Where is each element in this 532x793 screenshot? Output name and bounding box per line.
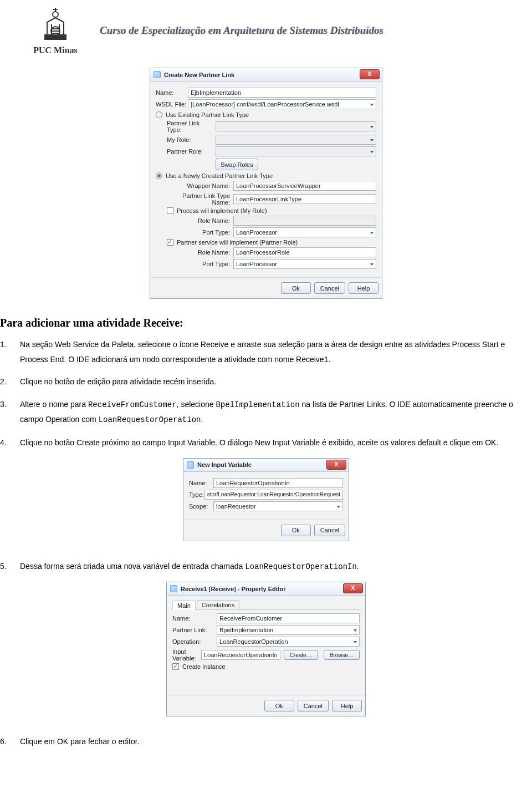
plt-name-input[interactable]: LoanProcessorLinkType [233,194,376,204]
page-header: PUC Minas Curso de Especialização em Arq… [0,6,532,61]
puc-logo-icon [33,6,78,44]
label-plt: Partner Link Type: [167,120,216,133]
dialog-titlebar: Create New Partner Link X [150,68,382,82]
cancel-button[interactable]: Cancel [298,700,329,711]
label-input-variable: Input Variable: [172,648,201,662]
label-rolename2: Role Name: [167,249,233,256]
ok-button[interactable]: Ok [264,700,294,711]
step-4: Clique no botão Create próximo ao campo … [20,435,532,450]
partner-link-combo[interactable]: BpelImplementation [217,625,360,635]
section-heading: Para adicionar uma atividade Receive: [0,317,532,329]
ok-button[interactable]: Ok [281,525,311,536]
close-button[interactable]: X [326,460,346,470]
dialog-title: Create New Partner Link [164,72,234,78]
dialog-title: New Input Variable [197,461,252,468]
course-title: Curso de Especialização em Arquitetura d… [100,24,383,37]
new-input-variable-dialog: New Input Variable X Name:LoanRequestorO… [183,458,349,541]
cancel-button[interactable]: Cancel [314,282,345,294]
label-partner-link: Partner Link: [172,627,217,633]
label-scope: Scope: [189,503,213,510]
check-partner-impl[interactable] [167,239,173,246]
label-rolename1: Role Name: [167,217,233,224]
radio-existing-label: Use Existing Partner Link Type [166,111,249,118]
label-myrole: My Role: [167,136,216,143]
close-button[interactable]: X [360,69,380,79]
port-type-2-combo[interactable]: LoanProcessor [233,259,376,269]
check-process-impl[interactable] [167,207,173,214]
operation-combo[interactable]: LoanRequestorOperation [217,637,360,647]
step-number: 6. [0,734,12,749]
role-name-1-input [233,216,376,226]
label-porttype1: Port Type: [167,229,233,236]
tab-correlations[interactable]: Correlations [197,600,239,609]
my-role-combo [216,135,376,145]
role-name-2-input[interactable]: LoanProcessorRole [233,247,376,257]
wsdl-file-combo[interactable]: [LoanProcessor] conf/wsdl/LoanProcessorS… [188,99,376,109]
name-input[interactable]: LoanRequestorOperationIn [213,478,343,488]
check-process-label: Process will implement (My Role) [177,207,267,214]
svg-point-5 [53,12,58,17]
browse-button[interactable]: Browse… [324,650,360,660]
type-input[interactable]: stor/LoanRequestor:LoanRequestorOperatio… [204,490,343,500]
port-type-1-combo[interactable]: LoanProcessor [233,227,376,237]
radio-new-label: Use a Newly Created Partner Link Type [166,172,273,179]
step-6: Clique em OK para fechar o editor. [20,734,532,749]
step-number: 3. [0,397,12,428]
logo-block: PUC Minas [33,6,78,55]
name-input[interactable]: EjbImplementation [188,88,376,98]
name-input[interactable]: ReceiveFromCustomer [217,613,360,623]
tab-main[interactable]: Main [172,601,196,610]
cancel-button[interactable]: Cancel [314,525,345,536]
swap-roles-button[interactable]: Swap Roles [216,159,258,170]
label-name: Name: [172,615,217,622]
radio-new[interactable] [156,172,162,179]
create-partner-link-dialog: Create New Partner Link X Name: EjbImple… [150,68,382,299]
app-icon [170,585,177,592]
partner-role-combo [216,146,376,156]
check-partner-label: Partner service will implement (Partner … [177,239,298,246]
dialog-titlebar: Receive1 [Receive] - Property Editor X [167,582,365,596]
step-3: Altere o nome para ReceiveFromCustomer, … [20,397,532,428]
receive-property-editor-dialog: Receive1 [Receive] - Property Editor X M… [166,582,366,716]
check-create-instance[interactable] [172,663,179,670]
input-variable-input[interactable]: LoanRequestorOperationIn [201,650,280,660]
step-2: Clique no botão de edição para atividade… [20,374,532,389]
dialog-titlebar: New Input Variable X [183,459,349,472]
help-button[interactable]: Help [349,282,378,294]
wrapper-name-input[interactable]: LoanProcessorServiceWrapper [233,181,376,191]
ok-button[interactable]: Ok [281,282,311,294]
step-number: 5. [0,559,12,575]
close-button[interactable]: X [343,583,363,593]
step-1: Na seção Web Service da Paleta, selecion… [20,337,532,367]
label-wsdl: WSDL File: [156,101,188,108]
dialog-title: Receive1 [Receive] - Property Editor [181,586,286,592]
app-icon [187,461,194,469]
step-number: 1. [0,337,12,367]
label-name: Name: [156,89,188,96]
label-name: Name: [189,480,213,486]
app-icon [154,71,161,78]
create-button[interactable]: Create… [284,650,318,660]
label-plt-name: Partner Link Type Name: [167,192,233,206]
label-porttype2: Port Type: [167,261,233,267]
label-operation: Operation: [172,638,217,645]
check-create-instance-label: Create Instance [182,663,226,670]
label-prole: Partner Role: [167,148,216,155]
scope-combo[interactable]: loanRequestor [213,501,343,511]
logo-text: PUC Minas [33,45,78,55]
step-number: 2. [0,374,12,389]
label-wrapper-name: Wrapper Name: [167,182,233,189]
label-type: Type: [189,491,204,498]
radio-existing[interactable] [156,111,162,118]
step-5: Dessa forma será criada uma nova variáve… [20,559,532,575]
help-button[interactable]: Help [332,700,362,711]
partner-link-type-combo [216,121,376,131]
step-number: 4. [0,435,12,450]
